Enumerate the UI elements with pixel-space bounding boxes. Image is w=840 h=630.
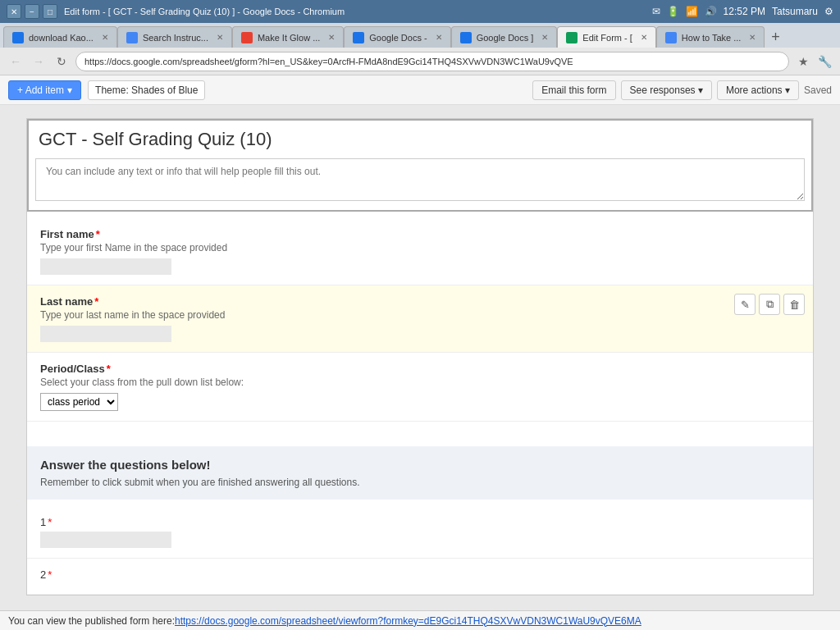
q1-required-star: * [48, 516, 52, 528]
reload-button[interactable]: ↻ [52, 52, 71, 71]
battery-icon: 🔋 [667, 6, 679, 17]
tab-close-editform[interactable]: ✕ [641, 33, 647, 42]
last-name-field-actions: ✎ ⧉ 🗑 [734, 294, 805, 315]
tab-close-search[interactable]: ✕ [217, 33, 223, 42]
tab-label-gdocs1: Google Docs - [369, 33, 427, 43]
first-name-required-star: * [96, 228, 100, 240]
more-actions-dropdown-icon: ▾ [785, 84, 790, 96]
q2-required-star: * [48, 568, 52, 581]
tab-howtotake[interactable]: How to Take ... ✕ [656, 26, 765, 48]
form-title-section [27, 119, 813, 212]
see-responses-label: See responses [630, 84, 696, 96]
tab-download[interactable]: download Kao... ✕ [3, 26, 117, 48]
answer-section-help: Remember to click submit when you are fi… [40, 477, 800, 488]
title-bar-left: ✕ − □ Edit form - [ GCT - Self Grading Q… [7, 4, 345, 19]
question-2-row: 2* [27, 559, 813, 595]
delete-field-button[interactable]: 🗑 [783, 294, 805, 315]
user-label: Tatsumaru [772, 6, 818, 17]
last-name-required-star: * [94, 295, 98, 308]
tab-favicon-search [126, 32, 138, 43]
tab-close-gdocs2[interactable]: ✕ [541, 33, 548, 42]
maximize-btn[interactable]: □ [43, 4, 57, 19]
tab-favicon-howtotake [665, 32, 677, 43]
wrench-icon[interactable]: 🔧 [815, 52, 833, 71]
tab-close-download[interactable]: ✕ [102, 33, 108, 42]
add-item-button[interactable]: + Add item ▾ [8, 80, 81, 100]
period-class-required-star: * [107, 363, 111, 375]
tab-favicon-gdocs2 [460, 32, 472, 43]
see-responses-button[interactable]: See responses ▾ [621, 80, 712, 100]
settings-icon: ⚙ [824, 6, 833, 17]
tab-label-download: download Kao... [29, 33, 94, 43]
tab-label-howtotake: How to Take ... [682, 33, 742, 43]
first-name-help: Type your first Name in the space provid… [40, 242, 800, 253]
published-form-link[interactable]: https://docs.google.com/spreadsheet/view… [175, 615, 641, 627]
volume-icon: 🔊 [705, 6, 717, 17]
back-button[interactable]: ← [7, 52, 25, 71]
new-tab-button[interactable]: + [765, 26, 786, 48]
forward-button[interactable]: → [30, 52, 48, 71]
email-form-label: Email this form [541, 84, 606, 96]
tab-editform[interactable]: Edit Form - [ ✕ [557, 26, 656, 48]
main-content: First name* Type your first Name in the … [0, 105, 840, 610]
class-period-select[interactable]: class period [40, 393, 118, 411]
tab-favicon-gdocs1 [353, 32, 364, 43]
theme-label-text: Theme: Shades of Blue [95, 84, 198, 96]
tab-bar: download Kao... ✕ Search Instruc... ✕ Ma… [0, 23, 840, 48]
tab-label-glow: Make It Glow ... [258, 33, 320, 43]
last-name-label: Last name* [40, 295, 800, 308]
title-bar-right: ✉ 🔋 📶 🔊 12:52 PM Tatsumaru ⚙ [652, 6, 833, 17]
see-responses-dropdown-icon: ▾ [698, 84, 703, 96]
period-class-help: Select your class from the pull down lis… [40, 377, 800, 388]
tab-gdocs1[interactable]: Google Docs - ✕ [344, 26, 450, 48]
theme-selector[interactable]: Theme: Shades of Blue [88, 80, 205, 100]
bookmark-star[interactable]: ★ [794, 52, 812, 71]
period-class-label: Period/Class* [40, 363, 800, 375]
period-class-section: Period/Class* Select your class from the… [27, 353, 813, 422]
tab-close-glow[interactable]: ✕ [328, 33, 335, 42]
title-bar: ✕ − □ Edit form - [ GCT - Self Grading Q… [0, 0, 840, 23]
window-controls: ✕ − □ [7, 4, 57, 19]
spacer [27, 422, 813, 446]
address-bar: ← → ↻ ★ 🔧 [0, 48, 840, 75]
tab-favicon-download [12, 32, 24, 43]
status-bar: You can view the published form here: ht… [0, 610, 840, 630]
signal-icon: 📶 [686, 6, 698, 17]
first-name-preview-input [40, 258, 171, 275]
tab-close-gdocs1[interactable]: ✕ [436, 33, 442, 42]
mail-icon: ✉ [652, 6, 660, 17]
tab-favicon-editform [566, 32, 578, 43]
first-name-label: First name* [40, 228, 800, 240]
question-1-label: 1* [40, 516, 800, 528]
tab-close-howtotake[interactable]: ✕ [749, 33, 756, 42]
last-name-section: Last name* Type your last name in the sp… [27, 285, 813, 353]
form-description-textarea[interactable] [35, 158, 805, 201]
last-name-preview-input [40, 326, 171, 342]
tab-search[interactable]: Search Instruc... ✕ [117, 26, 232, 48]
form-title-input[interactable] [29, 121, 811, 158]
add-item-label: + Add item [17, 84, 64, 96]
edit-field-button[interactable]: ✎ [734, 294, 756, 315]
email-form-button[interactable]: Email this form [532, 80, 615, 100]
question-1-row: 1* [27, 506, 813, 559]
last-name-help: Type your last name in the space provide… [40, 309, 800, 321]
window-title: Edit form - [ GCT - Self Grading Quiz (1… [64, 7, 345, 16]
clock: 12:52 PM [724, 6, 765, 17]
address-right: ★ 🔧 [794, 52, 833, 71]
toolbar-right: Email this form See responses ▾ More act… [532, 80, 832, 100]
minimize-btn[interactable]: − [25, 4, 39, 19]
tab-gdocs2[interactable]: Google Docs ] ✕ [451, 26, 558, 48]
more-actions-button[interactable]: More actions ▾ [717, 80, 799, 100]
first-name-section: First name* Type your first Name in the … [27, 218, 813, 285]
status-text: You can view the published form here: [8, 615, 175, 627]
toolbar: + Add item ▾ Theme: Shades of Blue Email… [0, 75, 840, 105]
address-input[interactable] [75, 52, 789, 71]
form-container: First name* Type your first Name in the … [26, 118, 814, 596]
close-btn[interactable]: ✕ [7, 4, 21, 19]
duplicate-field-button[interactable]: ⧉ [759, 294, 780, 315]
add-item-dropdown-icon: ▾ [67, 84, 72, 96]
tab-label-editform: Edit Form - [ [582, 33, 632, 43]
tab-label-search: Search Instruc... [143, 33, 208, 43]
answer-section: Answer the questions below! Remember to … [27, 446, 813, 500]
tab-glow[interactable]: Make It Glow ... ✕ [232, 26, 344, 48]
